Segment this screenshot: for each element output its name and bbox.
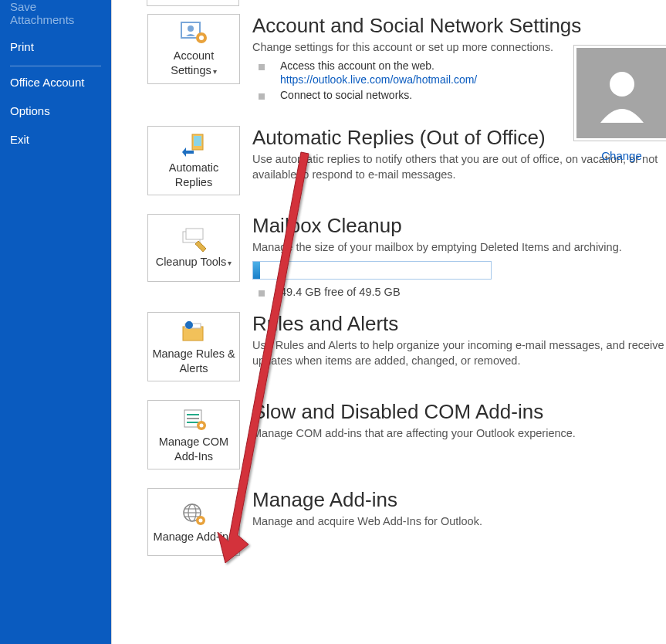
owa-link[interactable]: https://outlook.live.com/owa/hotmail.com… <box>280 73 477 86</box>
manage-addins-desc: Manage and acquire Web Add-Ins for Outlo… <box>252 514 666 529</box>
svg-rect-11 <box>188 321 191 324</box>
sidebar-item-exit[interactable]: Exit <box>0 125 111 154</box>
manage-rules-label: Manage Rules & Alerts <box>151 347 236 376</box>
web-access-text: Access this account on the web. <box>280 59 477 72</box>
manage-com-addins-tile[interactable]: Manage COM Add-Ins <box>147 400 240 469</box>
sidebar-item-print[interactable]: Print <box>0 32 111 61</box>
account-settings-icon <box>178 21 209 46</box>
svg-rect-5 <box>194 136 201 146</box>
svg-point-3 <box>199 36 204 40</box>
com-addins-icon <box>178 407 209 432</box>
account-settings-label: Account Settings▾ <box>151 49 236 79</box>
social-networks-text: Connect to social networks. <box>280 89 412 101</box>
cleanup-tools-label: Cleanup Tools▾ <box>156 255 232 270</box>
dropdown-caret-icon: ▾ <box>228 259 232 267</box>
automatic-replies-label: Automatic Replies <box>151 161 236 190</box>
rules-alerts-icon <box>178 319 209 344</box>
sidebar-separator <box>10 66 101 66</box>
change-photo-link[interactable]: Change <box>573 149 666 162</box>
svg-point-25 <box>610 72 634 97</box>
sidebar-item-options[interactable]: Options <box>0 97 111 125</box>
manage-com-addins-label: Manage COM Add-Ins <box>151 435 236 464</box>
rules-alerts-heading: Rules and Alerts <box>252 312 666 336</box>
mailbox-cleanup-heading: Mailbox Cleanup <box>252 214 666 238</box>
svg-point-1 <box>188 25 194 32</box>
account-settings-tile[interactable]: Account Settings▾ <box>147 14 240 84</box>
com-addins-desc: Manage COM add-ins that are affecting yo… <box>252 425 666 441</box>
storage-progress-fill <box>253 262 260 279</box>
manage-addins-label: Manage Add-ins <box>154 530 235 544</box>
account-settings-heading: Account and Social Network Settings <box>252 14 666 38</box>
automatic-replies-icon <box>178 133 209 158</box>
bullet-icon <box>259 93 265 100</box>
sidebar-item-office-account[interactable]: Office Account <box>0 68 111 97</box>
addins-icon <box>178 502 209 527</box>
svg-point-17 <box>200 424 204 428</box>
profile-photo-block: Change <box>573 45 666 162</box>
file-sidebar: Save Attachments Print Office Account Op… <box>0 0 111 644</box>
rules-alerts-desc: Use Rules and Alerts to help organize yo… <box>252 337 666 368</box>
add-account-button-partial[interactable] <box>147 0 239 6</box>
manage-addins-tile[interactable]: Manage Add-ins <box>147 488 240 556</box>
svg-rect-7 <box>186 229 203 239</box>
svg-rect-8 <box>183 327 203 341</box>
profile-photo-placeholder <box>576 48 666 138</box>
sidebar-item-save-attachments[interactable]: Save Attachments <box>0 0 111 32</box>
cleanup-tools-icon <box>178 227 209 252</box>
manage-addins-heading: Manage Add-ins <box>252 488 666 512</box>
cleanup-tools-tile[interactable]: Cleanup Tools▾ <box>147 214 240 282</box>
mailbox-cleanup-desc: Manage the size of your mailbox by empty… <box>252 239 666 255</box>
svg-point-24 <box>199 518 203 522</box>
dropdown-caret-icon: ▾ <box>213 67 217 76</box>
manage-rules-tile[interactable]: Manage Rules & Alerts <box>147 312 240 381</box>
bullet-icon <box>259 64 265 70</box>
automatic-replies-tile[interactable]: Automatic Replies <box>147 126 240 195</box>
storage-progress-bar <box>252 261 492 280</box>
storage-text: 49.4 GB free of 49.5 GB <box>280 286 401 298</box>
profile-photo-frame <box>573 45 666 141</box>
bullet-icon <box>259 290 265 297</box>
com-addins-heading: Slow and Disabled COM Add-ins <box>252 400 666 424</box>
